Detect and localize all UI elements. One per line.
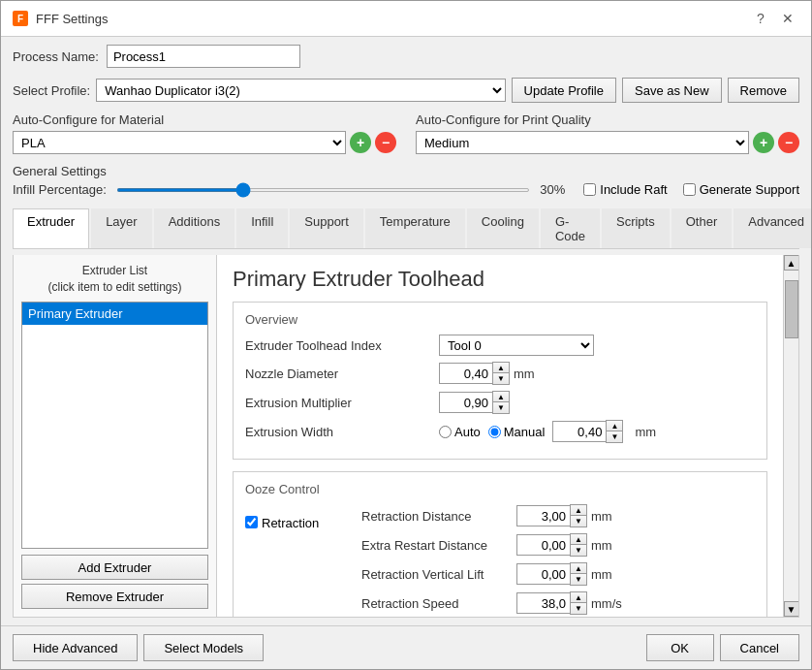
nozzle-diameter-down[interactable]: ▼ [493, 373, 509, 384]
tab-layer[interactable]: Layer [91, 208, 152, 248]
tab-extruder[interactable]: Extruder [13, 208, 89, 248]
retraction-distance-label: Retraction Distance [361, 509, 516, 524]
retraction-checkbox[interactable] [245, 516, 258, 528]
profile-select[interactable]: Wanhao Duplicator i3(2) [96, 79, 505, 102]
tab-other[interactable]: Other [671, 208, 733, 248]
window-title: FFF Settings [36, 12, 108, 26]
toolhead-index-select[interactable]: Tool 0 [439, 335, 594, 356]
generate-support-label: Generate Support [700, 182, 799, 197]
retraction-distance-down[interactable]: ▼ [571, 516, 586, 526]
ooze-title: Ooze Control [245, 482, 755, 496]
help-button[interactable]: ? [749, 9, 772, 28]
retraction-vertical-input[interactable] [516, 563, 570, 585]
extra-restart-down[interactable]: ▼ [571, 545, 586, 556]
retraction-distance-up[interactable]: ▲ [571, 505, 586, 516]
overview-title: Overview [245, 312, 755, 327]
extra-restart-up[interactable]: ▲ [571, 534, 586, 545]
tab-infill[interactable]: Infill [236, 208, 288, 248]
retraction-distance-input[interactable] [516, 505, 570, 526]
tab-support[interactable]: Support [290, 208, 363, 248]
add-material-button[interactable]: + [350, 132, 371, 153]
tab-gcode[interactable]: G-Code [541, 208, 600, 248]
extrusion-multiplier-input[interactable] [439, 392, 492, 413]
extrusion-width-auto-radio-item[interactable]: Auto [439, 425, 481, 439]
include-raft-label: Include Raft [600, 182, 667, 197]
extrusion-multiplier-up[interactable]: ▲ [493, 392, 509, 402]
tab-temperature[interactable]: Temperature [365, 208, 465, 248]
toolhead-index-label: Extruder Toolhead Index [245, 338, 439, 353]
extrusion-width-auto-radio[interactable] [439, 426, 452, 438]
scroll-thumb[interactable] [785, 280, 798, 338]
auto-material-label: Auto-Configure for Material [13, 112, 396, 127]
extrusion-width-manual-radio-item[interactable]: Manual [488, 425, 546, 439]
add-extruder-button[interactable]: Add Extruder [21, 555, 208, 580]
general-settings: General Settings Infill Percentage: 30% … [13, 164, 799, 197]
tabs-bar: Extruder Layer Additions Infill Support … [13, 208, 799, 249]
extruder-list-title: Extruder List (click item to edit settin… [21, 263, 208, 296]
app-icon: F [13, 11, 28, 26]
close-button[interactable]: ✕ [776, 9, 799, 28]
general-settings-label: General Settings [13, 164, 799, 178]
generate-support-checkbox-item[interactable]: Generate Support [683, 182, 799, 197]
add-quality-button[interactable]: + [753, 132, 774, 153]
coast-at-end-checkbox-item[interactable]: Coast at End [245, 617, 361, 618]
cancel-button[interactable]: Cancel [720, 634, 799, 661]
retraction-vertical-down[interactable]: ▼ [571, 574, 586, 585]
remove-material-button[interactable]: − [375, 132, 396, 153]
retraction-distance-unit: mm [591, 509, 612, 524]
nozzle-diameter-input[interactable] [439, 363, 492, 384]
update-profile-button[interactable]: Update Profile [512, 78, 616, 103]
main-window: F FFF Settings ? ✕ Process Name: Select … [0, 0, 812, 670]
extruder-list: Primary Extruder [21, 302, 208, 549]
auto-quality-label: Auto-Configure for Print Quality [416, 112, 799, 127]
select-profile-row: Select Profile: Wanhao Duplicator i3(2) … [13, 78, 799, 103]
scroll-track[interactable] [784, 271, 799, 601]
retraction-checkbox-item[interactable]: Retraction [245, 514, 361, 530]
remove-button[interactable]: Remove [728, 78, 799, 103]
process-name-row: Process Name: [13, 45, 799, 68]
retraction-speed-down[interactable]: ▼ [571, 603, 586, 614]
extrusion-multiplier-down[interactable]: ▼ [493, 402, 509, 413]
include-raft-checkbox[interactable] [583, 183, 596, 196]
scroll-up-button[interactable]: ▲ [784, 255, 799, 271]
extra-restart-input[interactable] [516, 534, 570, 556]
retraction-speed-spinbox: ▲ ▼ [516, 591, 587, 615]
extrusion-width-label: Extrusion Width [245, 425, 439, 439]
extrusion-width-down[interactable]: ▼ [607, 431, 622, 442]
extruder-list-panel: Extruder List (click item to edit settin… [14, 255, 217, 617]
generate-support-checkbox[interactable] [683, 183, 696, 196]
material-select[interactable]: PLA [13, 131, 346, 154]
tab-additions[interactable]: Additions [154, 208, 234, 248]
infill-label: Infill Percentage: [13, 182, 107, 197]
select-models-button[interactable]: Select Models [143, 634, 264, 661]
process-name-input[interactable] [107, 45, 300, 68]
remove-quality-button[interactable]: − [778, 132, 799, 153]
save-as-new-button[interactable]: Save as New [622, 78, 722, 103]
extrusion-width-input[interactable] [552, 421, 606, 442]
tab-content: Extruder List (click item to edit settin… [13, 255, 799, 618]
nozzle-diameter-spinbox: ▲ ▼ [439, 362, 510, 385]
infill-slider[interactable] [116, 188, 530, 192]
ooze-control-section: Ooze Control Retraction Coast at End [233, 471, 767, 617]
nozzle-diameter-up[interactable]: ▲ [493, 363, 509, 373]
tab-cooling[interactable]: Cooling [467, 208, 539, 248]
process-name-label: Process Name: [13, 49, 99, 64]
scrollbar: ▲ ▼ [783, 255, 798, 617]
retraction-vertical-up[interactable]: ▲ [571, 563, 586, 574]
remove-extruder-button[interactable]: Remove Extruder [21, 584, 208, 609]
hide-advanced-button[interactable]: Hide Advanced [13, 634, 138, 661]
retraction-speed-input[interactable] [516, 592, 570, 614]
autoconfigure-section: Auto-Configure for Material PLA + − Auto… [13, 112, 799, 154]
include-raft-checkbox-item[interactable]: Include Raft [583, 182, 667, 197]
ok-button[interactable]: OK [646, 634, 714, 661]
extrusion-multiplier-label: Extrusion Multiplier [245, 396, 439, 410]
tab-scripts[interactable]: Scripts [602, 208, 670, 248]
tab-advanced[interactable]: Advanced [734, 208, 811, 248]
quality-select[interactable]: Medium [416, 131, 749, 154]
extrusion-width-manual-radio[interactable] [488, 426, 501, 438]
extrusion-width-up[interactable]: ▲ [607, 421, 622, 431]
scroll-down-button[interactable]: ▼ [784, 601, 799, 617]
extruder-item-primary[interactable]: Primary Extruder [22, 303, 207, 325]
extrusion-width-spinbox: ▲ ▼ [552, 420, 623, 443]
retraction-speed-up[interactable]: ▲ [571, 592, 586, 603]
